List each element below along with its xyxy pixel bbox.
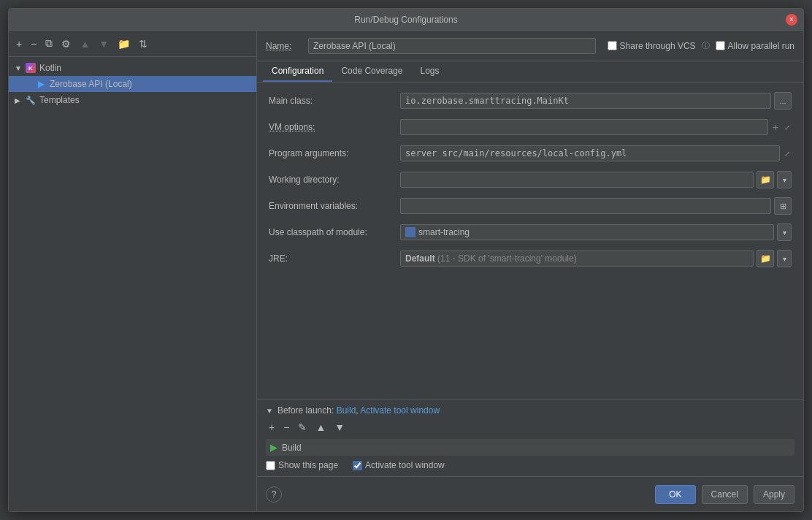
tree-item-zerobase-api[interactable]: ▶ Zerobase API (Local)	[9, 76, 256, 92]
classpath-dropdown-button[interactable]: ▾	[777, 223, 792, 241]
jre-sdk-text: (11 - SDK of 'smart-tracing' module)	[435, 253, 577, 264]
kotlin-group-label: Kotlin	[39, 63, 61, 73]
build-link[interactable]: Build	[337, 405, 356, 416]
before-launch-header: ▼ Before launch: Build, Activate tool wi…	[266, 405, 794, 416]
tree-item-kotlin[interactable]: ▼ K Kotlin	[9, 60, 256, 76]
vm-options-row: VM options: + ⤢	[269, 118, 792, 137]
classpath-select-display: smart-tracing	[400, 224, 774, 240]
expand-templates-icon: ▶	[15, 96, 25, 104]
ok-button[interactable]: OK	[655, 485, 695, 504]
vcs-row: Share through VCS ⓘ Allow parallel run	[608, 40, 794, 51]
show-page-checkbox[interactable]	[266, 461, 275, 470]
cancel-button[interactable]: Cancel	[702, 485, 748, 504]
vm-options-expand2-button[interactable]: ⤢	[783, 123, 792, 131]
tab-configuration[interactable]: Configuration	[263, 61, 332, 82]
parallel-run-text: Allow parallel run	[728, 41, 794, 51]
jre-value: Default (11 - SDK of 'smart-tracing' mod…	[405, 253, 577, 264]
move-up-button[interactable]: ▲	[77, 37, 93, 51]
parallel-run-checkbox[interactable]	[716, 41, 725, 50]
working-dir-dropdown-button[interactable]: ▾	[777, 171, 792, 188]
jre-folder-button[interactable]: 📁	[757, 250, 774, 267]
env-vars-input-wrapper: ⊞	[400, 197, 792, 215]
before-launch-down-button[interactable]: ▼	[332, 420, 348, 435]
config-run-icon: ▶	[35, 78, 47, 90]
vcs-help-icon[interactable]: ⓘ	[702, 40, 710, 51]
program-args-input[interactable]	[400, 145, 780, 161]
env-vars-label: Environment variables:	[269, 201, 400, 211]
right-panel: Name: Share through VCS ⓘ Allow parallel…	[257, 31, 803, 511]
classpath-select-wrapper: smart-tracing ▾	[400, 223, 792, 241]
env-vars-input[interactable]	[400, 198, 771, 214]
classpath-row: Use classpath of module: smart-tracing ▾	[269, 223, 792, 242]
program-args-row: Program arguments: ⤢	[269, 144, 792, 163]
jre-select-wrapper: Default (11 - SDK of 'smart-tracing' mod…	[400, 250, 792, 267]
tab-logs[interactable]: Logs	[411, 61, 448, 82]
copy-config-button[interactable]: ⧉	[42, 36, 55, 51]
zerobase-api-label: Zerobase API (Local)	[50, 79, 132, 89]
show-page-row: Show this page Activate tool window	[266, 460, 794, 470]
tree-item-templates[interactable]: ▶ 🔧 Templates	[9, 92, 256, 108]
env-vars-browse-button[interactable]: ⊞	[774, 197, 792, 215]
before-launch-up-button[interactable]: ▲	[313, 420, 329, 435]
working-dir-label: Working directory:	[269, 175, 400, 185]
jre-row: JRE: Default (11 - SDK of 'smart-tracing…	[269, 249, 792, 268]
parallel-run-label: Allow parallel run	[716, 41, 794, 51]
activate-window-checkbox[interactable]	[353, 461, 362, 470]
move-down-button[interactable]: ▼	[96, 37, 112, 51]
vm-options-input-wrapper: + ⤢	[400, 119, 792, 135]
main-content: + − ⧉ ⚙ ▲ ▼ 📁 ⇅ ▼ K Kotlin	[9, 31, 803, 511]
settings-config-button[interactable]: ⚙	[58, 37, 74, 51]
working-dir-input[interactable]	[400, 172, 754, 188]
show-page-label: Show this page	[266, 460, 338, 470]
apply-button[interactable]: Apply	[754, 485, 794, 504]
remove-config-button[interactable]: −	[28, 37, 39, 51]
vm-options-expand-button[interactable]: +	[771, 121, 780, 133]
tab-code-coverage[interactable]: Code Coverage	[332, 61, 411, 82]
folder-config-button[interactable]: 📁	[115, 37, 133, 51]
share-vcs-checkbox[interactable]	[608, 41, 617, 50]
main-class-input[interactable]	[400, 93, 771, 109]
jre-dropdown-button[interactable]: ▾	[777, 250, 792, 267]
main-class-browse-button[interactable]: ...	[774, 92, 792, 110]
before-launch-edit-button[interactable]: ✎	[295, 420, 310, 435]
name-row: Name: Share through VCS ⓘ Allow parallel…	[257, 31, 803, 61]
close-button[interactable]: ×	[786, 14, 797, 26]
before-launch-toolbar: + − ✎ ▲ ▼	[266, 420, 794, 435]
left-panel: + − ⧉ ⚙ ▲ ▼ 📁 ⇅ ▼ K Kotlin	[9, 31, 257, 511]
main-class-row: Main class: ...	[269, 91, 792, 110]
kotlin-group-icon: K	[25, 62, 37, 74]
build-list-item: ▶ Build	[266, 439, 794, 456]
sort-config-button[interactable]: ⇅	[136, 37, 150, 51]
before-launch-add-button[interactable]: +	[266, 420, 277, 435]
share-vcs-text: Share through VCS	[620, 41, 696, 51]
build-run-icon: ▶	[270, 442, 277, 453]
bottom-bar: ? OK Cancel Apply	[257, 476, 803, 511]
build-item-label: Build	[282, 443, 302, 453]
module-icon	[405, 227, 415, 237]
main-class-input-wrapper: ...	[400, 92, 792, 110]
title-bar: Run/Debug Configurations ×	[9, 9, 803, 31]
classpath-label: Use classpath of module:	[269, 227, 400, 237]
help-button[interactable]: ?	[266, 486, 282, 502]
program-args-input-wrapper: ⤢	[400, 145, 792, 161]
program-args-label: Program arguments:	[269, 148, 400, 158]
before-launch-section: ▼ Before launch: Build, Activate tool wi…	[257, 399, 803, 476]
jre-default-text: Default	[405, 253, 435, 264]
vm-options-label: VM options:	[269, 122, 400, 132]
jre-label: JRE:	[269, 253, 400, 264]
activate-window-link[interactable]: Activate tool window	[360, 405, 440, 416]
run-debug-dialog: Run/Debug Configurations × + − ⧉ ⚙ ▲ ▼ 📁…	[8, 8, 804, 512]
name-field-label: Name:	[266, 41, 302, 51]
tabs-bar: Configuration Code Coverage Logs	[257, 61, 803, 83]
working-dir-row: Working directory: 📁 ▾	[269, 170, 792, 189]
program-args-expand-button[interactable]: ⤢	[783, 150, 792, 158]
working-dir-folder-button[interactable]: 📁	[757, 171, 774, 188]
templates-label: Templates	[39, 95, 80, 105]
templates-icon: 🔧	[25, 94, 37, 106]
add-config-button[interactable]: +	[13, 37, 25, 51]
share-vcs-label: Share through VCS	[608, 41, 696, 51]
name-input[interactable]	[308, 38, 596, 54]
before-launch-remove-button[interactable]: −	[280, 420, 292, 435]
vm-options-input[interactable]	[400, 119, 768, 135]
before-launch-expand-icon[interactable]: ▼	[266, 407, 273, 415]
